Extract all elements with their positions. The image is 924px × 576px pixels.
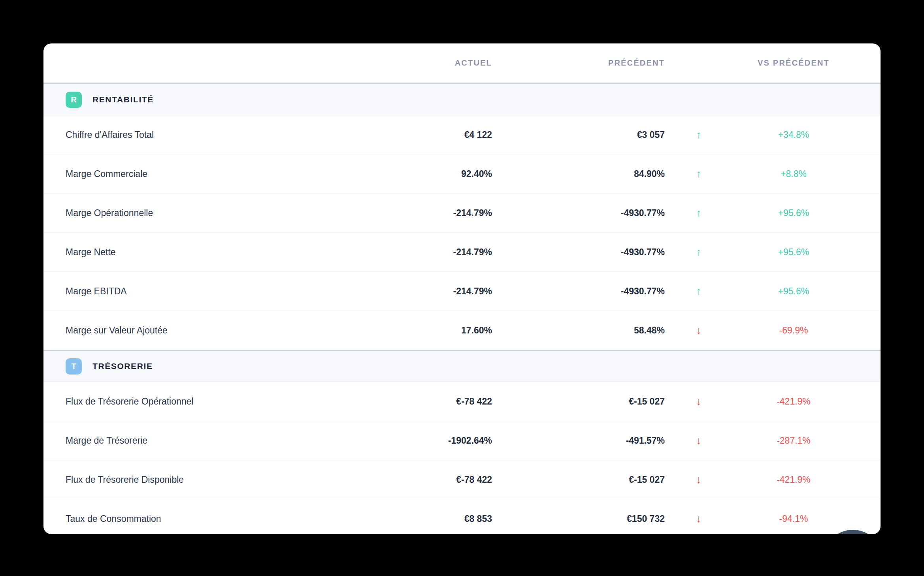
metric-label: Marge EBITDA <box>66 286 393 297</box>
metric-vs-change: +95.6% <box>733 208 854 218</box>
trend-arrow-icon: ↓ <box>665 513 733 525</box>
metric-label: Chiffre d'Affaires Total <box>66 130 393 140</box>
section-header-row: R RENTABILITÉ <box>43 83 881 115</box>
trend-arrow-icon: ↑ <box>665 168 733 180</box>
table-row[interactable]: Chiffre d'Affaires Total €4 122 €3 057 ↑… <box>43 115 881 154</box>
section-badge-letter: T <box>71 362 76 371</box>
metric-label: Flux de Trésorerie Disponible <box>66 474 393 485</box>
trend-arrow-icon: ↓ <box>665 474 733 486</box>
trend-arrow-icon: ↑ <box>665 129 733 141</box>
table-row[interactable]: Marge EBITDA -214.79% -4930.77% ↑ +95.6% <box>43 272 881 311</box>
metric-value-actuel: €8 853 <box>393 514 492 524</box>
metric-vs-change: -69.9% <box>733 325 854 336</box>
metric-label: Marge Nette <box>66 247 393 258</box>
table-row[interactable]: Marge Commerciale 92.40% 84.90% ↑ +8.8% <box>43 154 881 194</box>
table-row[interactable]: Marge de Trésorerie -1902.64% -491.57% ↓… <box>43 421 881 460</box>
metric-value-actuel: -214.79% <box>393 208 492 218</box>
section-title: RENTABILITÉ <box>92 95 154 104</box>
metric-label: Taux de Consommation <box>66 514 393 524</box>
metric-value-actuel: €-78 422 <box>393 396 492 407</box>
metric-value-precedent: -491.57% <box>492 435 665 446</box>
section-badge: T <box>66 358 82 375</box>
metric-value-actuel: €4 122 <box>393 130 492 140</box>
metric-value-precedent: 84.90% <box>492 169 665 179</box>
metric-value-actuel: -214.79% <box>393 286 492 297</box>
metric-value-precedent: 58.48% <box>492 325 665 336</box>
metric-label: Marge sur Valeur Ajoutée <box>66 325 393 336</box>
table-row[interactable]: Marge Opérationnelle -214.79% -4930.77% … <box>43 194 881 233</box>
metric-value-precedent: €3 057 <box>492 130 665 140</box>
trend-arrow-icon: ↓ <box>665 435 733 447</box>
metric-vs-change: +95.6% <box>733 247 854 258</box>
metric-label: Flux de Trésorerie Opérationnel <box>66 396 393 407</box>
section-title: TRÉSORERIE <box>92 361 153 371</box>
metric-label: Marge Opérationnelle <box>66 208 393 218</box>
trend-arrow-icon: ↑ <box>665 285 733 297</box>
metrics-table-body: R RENTABILITÉ Chiffre d'Affaires Total €… <box>43 83 881 534</box>
column-header-actuel: ACTUEL <box>393 58 492 68</box>
metric-vs-change: +34.8% <box>733 130 854 140</box>
metric-value-actuel: €-78 422 <box>393 474 492 485</box>
metric-value-actuel: 92.40% <box>393 169 492 179</box>
column-header-vs-precedent: VS PRÉCÉDENT <box>733 58 854 68</box>
metric-value-actuel: 17.60% <box>393 325 492 336</box>
metrics-card: ACTUEL PRÉCÉDENT VS PRÉCÉDENT R RENTABIL… <box>43 43 881 534</box>
metric-label: Marge Commerciale <box>66 169 393 179</box>
metric-value-precedent: -4930.77% <box>492 208 665 218</box>
metric-vs-change: -421.9% <box>733 396 854 407</box>
trend-arrow-icon: ↓ <box>665 324 733 337</box>
screen-background: ACTUEL PRÉCÉDENT VS PRÉCÉDENT R RENTABIL… <box>0 0 924 576</box>
trend-arrow-icon: ↑ <box>665 207 733 219</box>
column-header-precedent: PRÉCÉDENT <box>492 58 665 68</box>
metric-value-actuel: -214.79% <box>393 247 492 258</box>
metric-value-precedent: €150 732 <box>492 514 665 524</box>
metric-vs-change: -421.9% <box>733 474 854 485</box>
table-header-row: ACTUEL PRÉCÉDENT VS PRÉCÉDENT <box>43 43 881 83</box>
metric-value-precedent: -4930.77% <box>492 247 665 258</box>
table-row[interactable]: Flux de Trésorerie Disponible €-78 422 €… <box>43 460 881 499</box>
metric-value-precedent: €-15 027 <box>492 396 665 407</box>
table-row[interactable]: Taux de Consommation €8 853 €150 732 ↓ -… <box>43 499 881 534</box>
metric-value-actuel: -1902.64% <box>393 435 492 446</box>
metric-vs-change: +8.8% <box>733 169 854 179</box>
table-row[interactable]: Flux de Trésorerie Opérationnel €-78 422… <box>43 382 881 421</box>
table-row[interactable]: Marge sur Valeur Ajoutée 17.60% 58.48% ↓… <box>43 311 881 350</box>
table-row[interactable]: Marge Nette -214.79% -4930.77% ↑ +95.6% <box>43 233 881 272</box>
metric-vs-change: +95.6% <box>733 286 854 297</box>
trend-arrow-icon: ↓ <box>665 395 733 408</box>
metric-vs-change: -94.1% <box>733 514 854 524</box>
section-header-row: T TRÉSORERIE <box>43 350 881 382</box>
metric-vs-change: -287.1% <box>733 435 854 446</box>
section-badge-letter: R <box>71 95 76 104</box>
section-badge: R <box>66 92 82 108</box>
trend-arrow-icon: ↑ <box>665 246 733 258</box>
metric-value-precedent: €-15 027 <box>492 474 665 485</box>
metric-label: Marge de Trésorerie <box>66 435 393 446</box>
metric-value-precedent: -4930.77% <box>492 286 665 297</box>
